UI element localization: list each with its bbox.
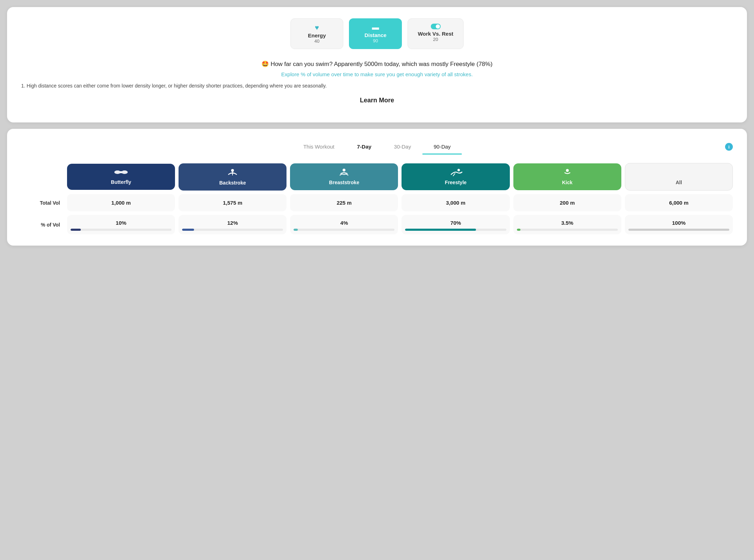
kick-icon [517,168,618,178]
toggle-icon [418,24,453,29]
heart-icon: ♥ [301,24,333,32]
svg-point-6 [343,169,345,171]
freestyle-pct: 70% [405,220,506,226]
learn-more-button[interactable]: Learn More [21,97,733,104]
pct-vol-label: % of Vol [21,222,64,228]
breaststroke-label: Breaststroke [294,180,394,185]
kick-bar [517,229,520,231]
distance-tab[interactable]: ▬ Distance 90 [349,18,402,49]
breaststroke-vol: 225 m [290,194,398,211]
butterfly-pct: 10% [71,220,171,226]
nav-tabs: This Workout 7-Day 30-Day 90-Day [21,140,733,153]
all-icon [629,168,729,178]
insight-link[interactable]: Explore % of volume over time to make su… [21,71,733,77]
backstroke-pct-cell: 12% [179,215,286,234]
workrest-tab[interactable]: Work Vs. Rest 20 [408,18,464,49]
freestyle-icon [405,168,506,178]
freestyle-vol: 3,000 m [402,194,509,211]
backstroke-bar-bg [182,229,283,231]
freestyle-pct-cell: 70% [402,215,509,234]
bottom-panel: This Workout 7-Day 30-Day 90-Day i Butte… [7,129,747,246]
kick-label: Kick [517,180,618,185]
breaststroke-bar-bg [294,229,394,231]
top-panel: ♥ Energy 40 ▬ Distance 90 Work Vs. Rest … [7,7,747,122]
backstroke-card[interactable]: Backstroke [179,163,286,191]
breaststroke-bar [294,229,297,231]
all-vol: 6,000 m [625,194,733,211]
all-card[interactable]: All [625,163,733,191]
freestyle-card[interactable]: Freestyle [402,163,509,190]
tab-30-day[interactable]: 30-Day [383,140,422,153]
butterfly-icon [71,169,171,178]
total-vol-label: Total Vol [21,200,64,206]
backstroke-label: Backstroke [182,180,283,186]
svg-point-9 [566,169,569,172]
score-tabs: ♥ Energy 40 ▬ Distance 90 Work Vs. Rest … [21,18,733,49]
info-icon[interactable]: i [725,143,733,151]
freestyle-label: Freestyle [405,180,506,185]
nav-area: This Workout 7-Day 30-Day 90-Day i [21,140,733,153]
svg-point-1 [121,170,128,174]
insight-section: 🤩 How far can you swim? Apparently 5000m… [21,60,733,104]
kick-bar-bg [517,229,618,231]
breaststroke-icon [294,168,394,178]
energy-value: 40 [301,38,333,44]
svg-point-3 [231,169,234,172]
svg-point-7 [457,169,460,171]
breaststroke-pct-cell: 4% [290,215,398,234]
kick-pct: 3.5% [517,220,618,226]
breaststroke-card[interactable]: Breaststroke [290,163,398,190]
freestyle-bar [405,229,476,231]
kick-vol: 200 m [513,194,621,211]
energy-label: Energy [301,32,333,38]
backstroke-icon [182,168,283,179]
svg-line-8 [453,173,455,176]
insight-headline: 🤩 How far can you swim? Apparently 5000m… [21,60,733,68]
backstroke-vol: 1,575 m [179,194,286,211]
butterfly-bar-bg [71,229,171,231]
all-bar-bg [628,229,729,231]
all-label: All [629,180,729,185]
all-pct: 100% [628,220,729,226]
freestyle-bar-bg [405,229,506,231]
insight-note: 1. High distance scores can either come … [21,82,733,90]
energy-tab[interactable]: ♥ Energy 40 [290,18,343,49]
tab-this-workout[interactable]: This Workout [292,140,346,153]
backstroke-bar [182,229,194,231]
backstroke-pct: 12% [182,220,283,226]
butterfly-pct-cell: 10% [67,215,175,234]
distance-value: 90 [359,38,392,43]
butterfly-label: Butterfly [71,179,171,185]
svg-point-0 [114,170,121,174]
ruler-icon: ▬ [359,23,392,31]
stroke-grid: Butterfly Backstroke Brea [21,163,733,234]
butterfly-bar [71,229,81,231]
distance-label: Distance [359,32,392,38]
kick-card[interactable]: Kick [513,163,621,190]
workrest-value: 20 [418,37,453,42]
kick-pct-cell: 3.5% [513,215,621,234]
all-bar [628,229,729,231]
tab-7-day[interactable]: 7-Day [346,140,383,153]
svg-point-2 [120,171,122,173]
workrest-label: Work Vs. Rest [418,31,453,37]
butterfly-vol: 1,000 m [67,194,175,211]
breaststroke-pct: 4% [294,220,394,226]
butterfly-card[interactable]: Butterfly [67,164,175,190]
all-pct-cell: 100% [625,215,733,234]
tab-90-day[interactable]: 90-Day [422,140,462,153]
